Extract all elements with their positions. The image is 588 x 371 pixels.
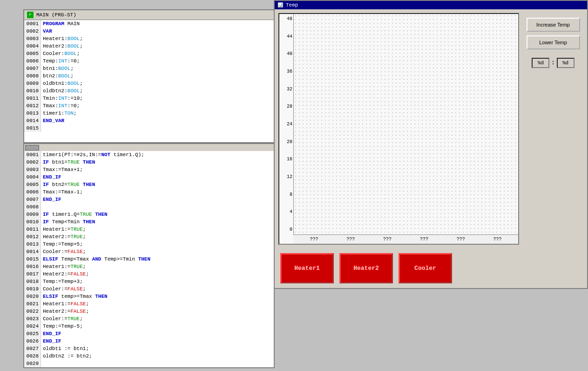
line-number: 0006 <box>24 57 41 65</box>
line-content: oldbtn2 := btn2; <box>41 352 92 360</box>
indicator-box-heater2[interactable]: Heater2 <box>339 253 393 283</box>
line-content: Temp:INT:=0; <box>41 57 80 65</box>
code-area: 0001PROGRAM MAIN0002VAR0003 Heater1:BOOL… <box>24 20 274 367</box>
line-content: Temp:=Temp+5; <box>41 240 83 248</box>
line-content: timer1:TON; <box>41 110 77 117</box>
table-row: 0010 oldbtn2:BOOL; <box>24 87 274 95</box>
line-number: 0020 <box>24 293 41 300</box>
line-number: 0007 <box>24 65 41 72</box>
line-content: timer1(PT:=#2s,IN:=NOT timer1.Q); <box>41 151 144 158</box>
line-content: Heater2:=TRUE; <box>41 233 86 240</box>
top-code-section: 0001PROGRAM MAIN0002VAR0003 Heater1:BOOL… <box>24 20 274 144</box>
line-content <box>41 360 46 367</box>
table-row: 0009 oldbtn1:BOOL; <box>24 80 274 87</box>
table-row: 0007END_IF <box>24 196 274 203</box>
line-number: 0011 <box>24 95 41 102</box>
indicator-box-heater1[interactable]: Heater1 <box>280 253 334 283</box>
y-axis-label: 36 <box>280 69 292 74</box>
y-axis-label: 48 <box>280 16 292 21</box>
line-content: Cooler:=FALSE; <box>41 285 86 293</box>
top-scrollbar[interactable] <box>24 144 274 151</box>
y-axis-label: 24 <box>280 122 292 127</box>
table-row: 0024 Temp:=Temp-5; <box>24 323 274 330</box>
indicator-label: Cooler <box>414 265 436 272</box>
indicator-label: Heater1 <box>294 265 320 272</box>
x-axis-label: ??? <box>457 237 465 242</box>
line-number: 0006 <box>24 188 41 196</box>
line-number: 0005 <box>24 181 41 188</box>
table-row: 0014END_VAR <box>24 117 274 124</box>
temp-panel: 📊 Temp 48444036322824201612840 ?????????… <box>274 0 588 289</box>
line-content: Temp:=Temp-5; <box>41 323 83 330</box>
line-number: 0017 <box>24 270 41 278</box>
code-editor-panel: P MAIN (PRG-ST) 0001PROGRAM MAIN0002VAR0… <box>23 9 275 368</box>
line-content: Heater1:=TRUE; <box>41 263 86 270</box>
table-row: 0022 Heater2:=FALSE; <box>24 308 274 315</box>
table-row: 0019 Cooler:=FALSE; <box>24 285 274 293</box>
table-row: 0013 timer1:TON; <box>24 110 274 117</box>
line-number: 0019 <box>24 285 41 293</box>
table-row: 0011 Heater1:=TRUE; <box>24 226 274 233</box>
line-content: Tmin:INT:=10; <box>41 95 83 102</box>
y-axis-label: 20 <box>280 139 292 144</box>
line-number: 0003 <box>24 35 41 42</box>
line-number: 0001 <box>24 151 41 158</box>
line-number: 0027 <box>24 345 41 352</box>
table-row: 0011 Tmin:INT:=10; <box>24 95 274 102</box>
line-content: END_IF <box>41 196 61 203</box>
table-row: 0027oldbt1 := btn1; <box>24 345 274 352</box>
line-content: Tmax:INT:=0; <box>41 102 80 110</box>
line-number: 0014 <box>24 117 41 124</box>
y-axis-label: 16 <box>280 157 292 162</box>
y-axis-label: 4 <box>280 209 292 214</box>
scroll-thumb[interactable] <box>25 145 39 151</box>
x-axis-label: ??? <box>420 237 428 242</box>
indicator-box-cooler[interactable]: Cooler <box>399 253 452 283</box>
chart-plot <box>293 14 518 244</box>
line-number: 0014 <box>24 248 41 255</box>
table-row: 0003 Heater1:BOOL; <box>24 35 274 42</box>
line-content: IF btn2=TRUE THEN <box>41 181 95 188</box>
line-number: 0021 <box>24 300 41 308</box>
line-number: 0015 <box>24 124 41 132</box>
line-content: Heater2:BOOL; <box>41 42 83 50</box>
right-title-text: Temp <box>286 2 298 8</box>
line-number: 0008 <box>24 72 41 80</box>
line-content: Tmax:=Tmax-1; <box>41 188 83 196</box>
line-number: 0013 <box>24 110 41 117</box>
line-number: 0026 <box>24 337 41 345</box>
table-row: 0016 Heater1:=TRUE; <box>24 263 274 270</box>
table-row: 0018 Temp:=Temp+3; <box>24 278 274 285</box>
table-row: 0001PROGRAM MAIN <box>24 20 274 27</box>
line-number: 0013 <box>24 240 41 248</box>
y-axis-label: 28 <box>280 104 292 109</box>
line-content: oldbtn1:BOOL; <box>41 80 83 87</box>
table-row: 0006 Temp:INT:=0; <box>24 57 274 65</box>
line-content: IF btn1=TRUE THEN <box>41 158 95 166</box>
line-content: Heater1:BOOL; <box>41 35 83 42</box>
line-content: Tmax:=Tmax+1; <box>41 166 83 173</box>
table-row: 0005 Cooler:BOOL; <box>24 50 274 57</box>
line-content: VAR <box>41 27 52 35</box>
line-content: END_VAR <box>41 117 64 124</box>
line-number: 0024 <box>24 323 41 330</box>
colon-separator: : <box>551 60 554 66</box>
line-number: 0011 <box>24 226 41 233</box>
line-content: END_IF <box>41 173 61 181</box>
table-row: 0002VAR <box>24 27 274 35</box>
table-row: 0008 btn2:BOOL; <box>24 72 274 80</box>
line-number: 0023 <box>24 315 41 323</box>
increase-temp-button[interactable]: Increase Temp <box>527 18 580 32</box>
table-row: 0009IF timer1.Q=TRUE THEN <box>24 211 274 218</box>
table-row: 0006 Tmax:=Tmax-1; <box>24 188 274 196</box>
line-number: 0004 <box>24 42 41 50</box>
line-number: 0002 <box>24 158 41 166</box>
line-number: 0018 <box>24 278 41 285</box>
table-row: 0014 Cooler:=FALSE; <box>24 248 274 255</box>
indicators-row: Heater1Heater2Cooler <box>275 248 587 288</box>
value-box-1: %d <box>532 58 549 68</box>
lower-temp-button[interactable]: Lower Temp <box>527 35 580 49</box>
table-row: 0020 ELSIF temp>=Tmax THEN <box>24 293 274 300</box>
line-number: 0022 <box>24 308 41 315</box>
left-title-text: MAIN (PRG-ST) <box>36 12 76 18</box>
